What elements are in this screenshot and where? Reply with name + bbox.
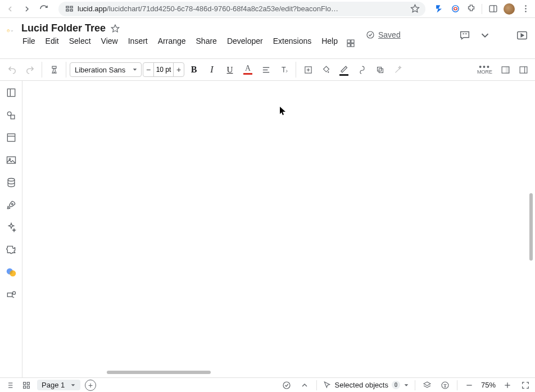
menu-help[interactable]: Help [320, 35, 339, 47]
extension-icon-2[interactable] [450, 4, 460, 14]
add-page-button[interactable]: + [85, 380, 96, 391]
menu-select[interactable]: Select [68, 35, 92, 47]
cursor-icon [280, 107, 287, 116]
lucid-apps-icon[interactable] [4, 265, 19, 280]
address-bar[interactable]: lucid.app/lucidchart/71dd4250-6c78-486d-… [58, 2, 425, 16]
undo-button[interactable] [3, 61, 20, 78]
text-align-button[interactable] [257, 61, 274, 78]
font-size-stepper: − 10 pt + [143, 62, 184, 77]
font-size-decrease[interactable]: − [143, 63, 153, 76]
redo-button[interactable] [21, 61, 38, 78]
toolbar-more-button[interactable]: ••• MORE [477, 65, 492, 75]
favorite-star-icon[interactable] [110, 24, 120, 34]
selected-objects-label: Selected objects [335, 381, 388, 389]
shapes-panel-icon[interactable] [4, 85, 19, 100]
bookmark-star-icon[interactable] [410, 4, 420, 14]
comments-icon[interactable] [459, 29, 471, 42]
format-painter-button[interactable] [46, 61, 62, 78]
menu-marketplace-icon[interactable] [346, 22, 356, 48]
line-style-button[interactable] [353, 61, 370, 78]
vertical-scrollbar[interactable] [529, 193, 533, 344]
saved-label[interactable]: Saved [378, 30, 401, 39]
canvas-area[interactable] [22, 81, 535, 377]
site-settings-icon[interactable] [64, 4, 74, 14]
outline-view-icon[interactable] [3, 379, 16, 391]
svg-rect-23 [379, 69, 383, 72]
plugins-panel-icon[interactable] [4, 243, 19, 257]
underline-button[interactable]: U [221, 61, 238, 78]
left-sidebar [0, 81, 22, 377]
team-panel-icon[interactable] [4, 288, 19, 302]
right-panel-toggle-1[interactable] [497, 61, 514, 78]
status-ok-icon[interactable] [280, 379, 293, 391]
frames-panel-icon[interactable] [4, 130, 19, 145]
text-color-button[interactable]: A [239, 61, 256, 78]
svg-rect-25 [506, 66, 509, 72]
fill-color-button[interactable] [318, 61, 334, 78]
profile-avatar[interactable] [504, 3, 515, 15]
collapse-up-icon[interactable] [298, 379, 311, 391]
extension-icon-1[interactable] [434, 4, 445, 14]
line-color-button[interactable] [335, 61, 352, 78]
side-panel-icon[interactable] [488, 4, 498, 14]
font-size-increase[interactable]: + [174, 63, 184, 76]
svg-rect-5 [489, 6, 497, 12]
svg-rect-48 [24, 382, 26, 384]
shape-style-button[interactable] [371, 61, 388, 78]
menu-view[interactable]: View [100, 35, 119, 47]
cursor-select-icon [323, 381, 332, 390]
font-size-value[interactable]: 10 pt [153, 63, 174, 76]
horizontal-scrollbar[interactable] [79, 371, 321, 374]
app-logo[interactable] [7, 28, 13, 34]
menu-bar: File Edit Select View Insert Arrange Sha… [21, 35, 339, 47]
text-options-button[interactable] [275, 61, 292, 78]
menu-developer[interactable]: Developer [226, 35, 264, 47]
shape-insert-button[interactable] [300, 61, 316, 78]
image-panel-icon[interactable] [4, 153, 19, 167]
bold-button[interactable]: B [185, 61, 202, 78]
menu-file[interactable]: File [21, 35, 37, 47]
font-family-select[interactable]: Liberation Sans [70, 62, 142, 77]
svg-rect-10 [347, 40, 350, 43]
svg-point-7 [525, 5, 526, 6]
italic-button[interactable]: I [203, 61, 220, 78]
extensions-puzzle-icon[interactable] [466, 4, 476, 14]
rocket-panel-icon[interactable] [4, 198, 19, 212]
menu-insert[interactable]: Insert [127, 35, 149, 47]
page-tab[interactable]: Page 1 [37, 380, 80, 390]
containers-panel-icon[interactable] [4, 108, 19, 122]
chrome-menu-icon[interactable] [520, 4, 531, 14]
menu-edit[interactable]: Edit [44, 35, 60, 47]
document-title[interactable]: Lucid Folder Tree [21, 22, 106, 34]
collapse-header-icon[interactable] [479, 29, 491, 42]
save-status: Saved [366, 22, 401, 39]
layers-icon[interactable] [421, 379, 433, 391]
cloud-saved-icon [366, 30, 375, 39]
svg-point-14 [367, 31, 374, 38]
menu-extensions[interactable]: Extensions [272, 35, 312, 47]
forward-button[interactable] [21, 3, 33, 15]
svg-rect-22 [377, 67, 381, 71]
magic-button[interactable] [389, 61, 406, 78]
page-tab-dropdown-icon [70, 382, 76, 388]
selected-objects-button[interactable]: Selected objects 0 [323, 381, 409, 390]
svg-rect-49 [27, 382, 29, 384]
grid-view-icon[interactable] [20, 379, 33, 391]
zoom-level[interactable]: 75% [481, 381, 496, 389]
zoom-out-button[interactable] [463, 379, 475, 391]
selected-objects-count: 0 [392, 381, 400, 389]
svg-rect-12 [347, 44, 350, 47]
fullscreen-button[interactable] [519, 379, 532, 391]
reload-button[interactable] [38, 3, 49, 15]
zoom-in-button[interactable] [501, 379, 514, 391]
back-button[interactable] [4, 3, 16, 15]
menu-share[interactable]: Share [195, 35, 218, 47]
ai-panel-icon[interactable] [4, 220, 19, 235]
right-panel-toggle-2[interactable] [515, 61, 532, 78]
svg-rect-0 [66, 6, 68, 8]
menu-arrange[interactable]: Arrange [157, 35, 187, 47]
accessibility-icon[interactable] [439, 379, 451, 391]
data-panel-icon[interactable] [4, 175, 19, 190]
present-icon[interactable] [516, 29, 528, 42]
svg-point-41 [12, 291, 15, 294]
